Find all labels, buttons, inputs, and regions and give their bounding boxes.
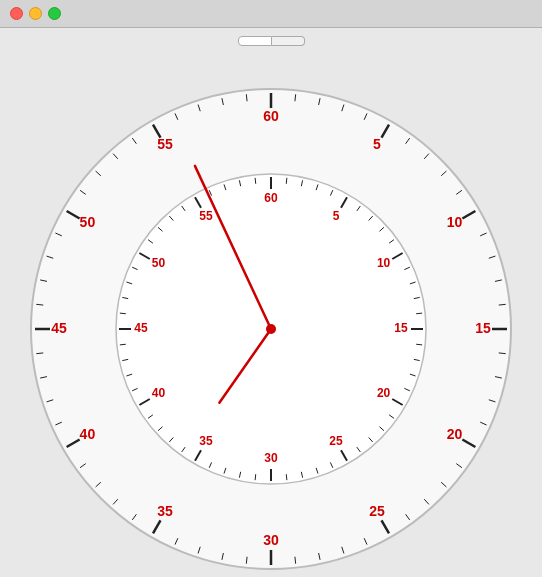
minimize-button[interactable] xyxy=(29,7,42,20)
maximize-button[interactable] xyxy=(48,7,61,20)
clock-face xyxy=(11,64,531,574)
traffic-lights xyxy=(10,7,61,20)
clock-tab[interactable] xyxy=(238,36,272,46)
close-button[interactable] xyxy=(10,7,23,20)
clock-container xyxy=(0,54,542,577)
titlebar xyxy=(0,0,542,28)
stopwatch-tab[interactable] xyxy=(272,36,305,46)
toolbar xyxy=(0,28,542,54)
